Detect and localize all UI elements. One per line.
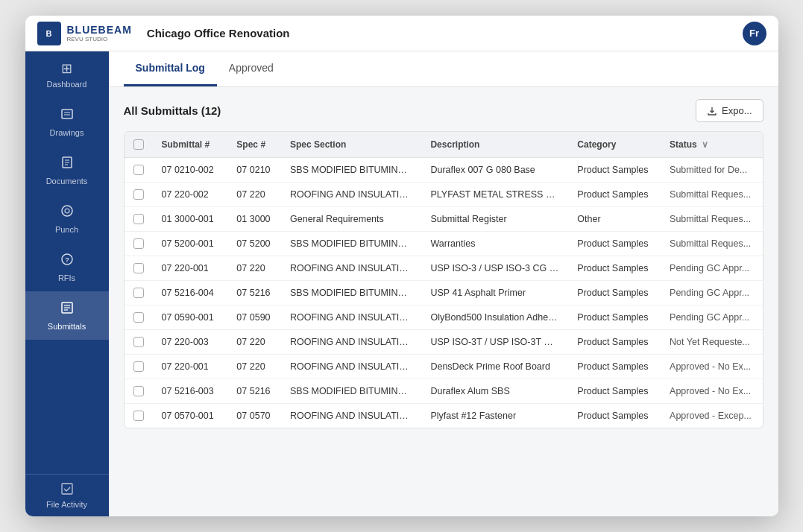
cell-submittal: 01 3000-001 xyxy=(153,207,228,232)
dashboard-icon: ⊞ xyxy=(61,60,72,77)
table-row[interactable]: 07 220-002 07 220 ROOFING AND INSULATION… xyxy=(125,183,763,207)
col-header-specsection: Spec Section xyxy=(281,132,421,158)
cell-description: Plyfast #12 Fastener xyxy=(421,404,568,428)
cell-category: Product Samples xyxy=(568,379,661,404)
row-checkbox-cell xyxy=(125,158,153,183)
cell-submittal: 07 220-002 xyxy=(153,183,228,207)
file-activity-icon xyxy=(60,482,74,497)
file-activity-label: File Activity xyxy=(46,500,87,509)
sidebar-item-documents[interactable]: Documents xyxy=(25,146,109,194)
svg-text:?: ? xyxy=(65,256,69,264)
select-all-checkbox[interactable] xyxy=(133,139,144,150)
cell-category: Product Samples xyxy=(568,305,661,330)
punch-icon xyxy=(60,203,75,222)
cell-status: Not Yet Requeste... xyxy=(661,330,762,355)
row-checkbox[interactable] xyxy=(133,337,144,347)
cell-description: USP ISO-3T / USP ISO-3T CG Tapered Roof … xyxy=(421,330,568,355)
table-row[interactable]: 07 5200-001 07 5200 SBS MODIFIED BITUMIN… xyxy=(125,232,763,256)
row-checkbox[interactable] xyxy=(133,288,144,298)
cell-spec: 07 0210 xyxy=(227,158,281,183)
table-row[interactable]: 07 220-003 07 220 ROOFING AND INSULATION… xyxy=(125,330,763,355)
cell-spec: 07 0570 xyxy=(227,404,281,428)
cell-spec-section: SBS MODIFIED BITUMINOUS MEMBR... xyxy=(281,281,421,305)
col-header-status[interactable]: Status ∨ xyxy=(661,132,762,158)
row-checkbox-cell xyxy=(125,207,153,232)
table-row[interactable]: 07 220-001 07 220 ROOFING AND INSULATION… xyxy=(125,355,763,379)
app-window: B BLUEBEAM REVU STUDIO Chicago Office Re… xyxy=(25,16,778,516)
cell-spec-section: ROOFING AND INSULATION FASTENE... xyxy=(281,404,421,428)
row-checkbox-cell xyxy=(125,404,153,428)
row-checkbox[interactable] xyxy=(133,165,144,175)
sidebar: ⊞ Dashboard Drawings Documents Punch xyxy=(25,51,109,516)
cell-status: Submitted for De... xyxy=(661,158,762,183)
drawings-icon xyxy=(60,107,75,125)
cell-submittal: 07 0590-001 xyxy=(153,305,228,330)
user-avatar[interactable]: Fr xyxy=(743,22,766,45)
svg-rect-0 xyxy=(62,110,72,118)
row-checkbox-cell xyxy=(125,183,153,207)
row-checkbox[interactable] xyxy=(133,386,144,396)
cell-submittal: 07 0210-002 xyxy=(153,158,228,183)
table-row[interactable]: 07 5216-003 07 5216 SBS MODIFIED BITUMIN… xyxy=(125,379,763,404)
cell-category: Product Samples xyxy=(568,183,661,207)
cell-description: Duraflex Alum SBS xyxy=(421,379,568,404)
sidebar-item-submittals[interactable]: Submittals xyxy=(25,291,109,340)
cell-status: Approved - No Ex... xyxy=(661,379,762,404)
sidebar-item-punch[interactable]: Punch xyxy=(25,194,109,243)
cell-spec: 07 5216 xyxy=(227,379,281,404)
row-checkbox[interactable] xyxy=(133,189,144,200)
table-row[interactable]: 07 0590-001 07 0590 ROOFING AND INSULATI… xyxy=(125,305,763,330)
row-checkbox[interactable] xyxy=(133,312,144,323)
svg-point-7 xyxy=(62,206,72,216)
sidebar-item-rfis[interactable]: ? RFIs xyxy=(25,243,109,291)
cell-status: Approved - Excep... xyxy=(661,404,762,428)
cell-spec: 07 220 xyxy=(227,355,281,379)
export-label: Expo... xyxy=(722,105,752,116)
row-checkbox[interactable] xyxy=(133,411,144,421)
sidebar-item-dashboard[interactable]: ⊞ Dashboard xyxy=(25,51,109,98)
table-row[interactable]: 07 5216-004 07 5216 SBS MODIFIED BITUMIN… xyxy=(125,281,763,305)
sidebar-item-file-activity[interactable]: File Activity xyxy=(25,475,109,516)
cell-status: Pending GC Appr... xyxy=(661,256,762,281)
main-layout: ⊞ Dashboard Drawings Documents Punch xyxy=(25,51,778,516)
cell-spec: 07 0590 xyxy=(227,305,281,330)
svg-rect-15 xyxy=(62,484,72,494)
table-body: 07 0210-002 07 0210 SBS MODIFIED BITUMIN… xyxy=(125,158,763,428)
sidebar-item-drawings[interactable]: Drawings xyxy=(25,98,109,146)
row-checkbox[interactable] xyxy=(133,361,144,372)
cell-spec: 07 5216 xyxy=(227,281,281,305)
cell-description: PLYFAST METAL STRESS PLATES xyxy=(421,183,568,207)
cell-submittal: 07 220-003 xyxy=(153,330,228,355)
cell-category: Product Samples xyxy=(568,232,661,256)
col-header-category: Category xyxy=(568,132,661,158)
row-checkbox[interactable] xyxy=(133,263,144,273)
cell-status: Approved - No Ex... xyxy=(661,355,762,379)
col-checkbox xyxy=(125,132,153,158)
table-row[interactable]: 07 0210-002 07 0210 SBS MODIFIED BITUMIN… xyxy=(125,158,763,183)
table-row[interactable]: 07 220-001 07 220 ROOFING AND INSULATION… xyxy=(125,256,763,281)
tab-approved[interactable]: Approved xyxy=(217,51,286,86)
sidebar-label-submittals: Submittals xyxy=(48,322,86,331)
tab-submittal-log[interactable]: Submittal Log xyxy=(124,51,217,86)
cell-status: Submittal Reques... xyxy=(661,183,762,207)
cell-submittal: 07 5216-004 xyxy=(153,281,228,305)
export-button[interactable]: Expo... xyxy=(696,99,763,122)
cell-spec-section: ROOFING AND INSULATION ADHESIV... xyxy=(281,355,421,379)
table-row[interactable]: 01 3000-001 01 3000 General Requirements… xyxy=(125,207,763,232)
row-checkbox-cell xyxy=(125,330,153,355)
cell-spec: 07 220 xyxy=(227,183,281,207)
submittals-icon xyxy=(60,300,75,319)
sidebar-label-dashboard: Dashboard xyxy=(47,80,87,89)
titlebar: B BLUEBEAM REVU STUDIO Chicago Office Re… xyxy=(25,16,778,51)
cell-submittal: 07 0570-001 xyxy=(153,404,228,428)
table-row[interactable]: 07 0570-001 07 0570 ROOFING AND INSULATI… xyxy=(125,404,763,428)
row-checkbox[interactable] xyxy=(133,238,144,249)
cell-status: Submittal Reques... xyxy=(661,232,762,256)
cell-category: Product Samples xyxy=(568,355,661,379)
row-checkbox-cell xyxy=(125,256,153,281)
row-checkbox[interactable] xyxy=(133,214,144,224)
cell-spec-section: SBS MODIFIED BITUMINOUS MEMBR... xyxy=(281,232,421,256)
tabs: Submittal Log Approved xyxy=(124,51,763,86)
content-area: Submittal Log Approved All Submittals (1… xyxy=(109,51,778,516)
cell-description: Warranties xyxy=(421,232,568,256)
